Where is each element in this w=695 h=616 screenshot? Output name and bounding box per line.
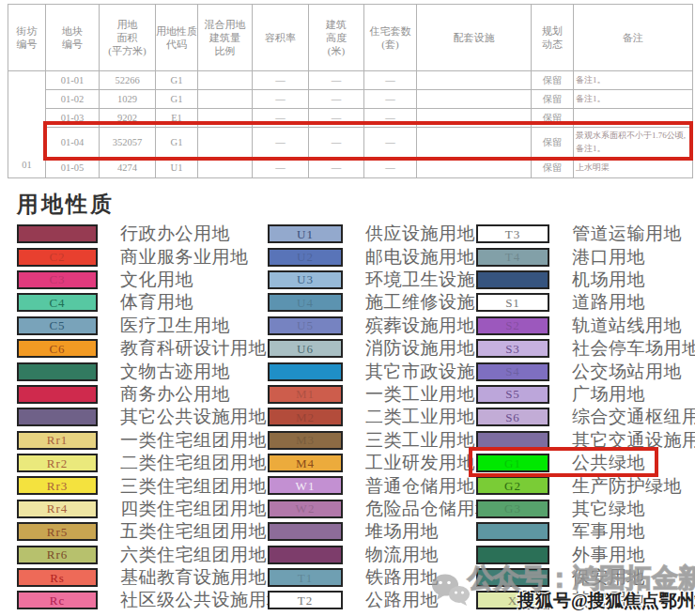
legend-color-swatch: Rr4: [17, 500, 98, 518]
legend-code: C5: [49, 319, 65, 331]
legend-color-swatch: G2: [476, 476, 549, 495]
legend-code: U2: [297, 251, 314, 263]
legend-color-swatch: U3: [268, 270, 343, 289]
legend-label: 铁路用地: [365, 565, 439, 590]
legend-color-swatch: M2: [268, 408, 343, 426]
cell-remark: 备注1。: [574, 71, 693, 90]
cell-mixed: [198, 71, 253, 90]
legend-label: 轨道站线用地: [572, 314, 682, 338]
legend-code: U1: [297, 228, 314, 240]
cell-code: G1: [156, 71, 198, 90]
legend-color-swatch: [268, 522, 343, 541]
legend-code: Rr3: [47, 480, 69, 492]
legend-item: S5广场用地: [476, 383, 695, 406]
planning-document-page: 街坊 编号 地块 编号 用地 面积 (平方米) 用地性质 代码 混合用地 建筑量…: [0, 0, 695, 616]
legend-item: G2生产防护绿地: [476, 474, 695, 497]
legend-code: G3: [504, 502, 521, 515]
legend-label: 普通仓储用地: [365, 474, 475, 499]
legend-color-swatch: [268, 362, 343, 381]
legend-label: 危险品仓储用地: [365, 497, 494, 521]
legend-color-swatch: M1: [268, 385, 343, 404]
legend-code: M4: [296, 457, 315, 470]
legend-label: 堆场用地: [365, 519, 439, 544]
legend-color-swatch: S5: [476, 385, 549, 404]
legend-code: C2: [49, 251, 65, 263]
legend-code: C3: [49, 273, 65, 285]
legend-color-swatch: G3: [476, 500, 549, 518]
header-land-area: 用地 面积 (平方米): [100, 5, 156, 71]
cell-mixed: [198, 90, 253, 109]
cell-units: —: [364, 90, 417, 109]
legend-item: 堆场用地: [268, 520, 512, 543]
legend-label: 生产防护绿地: [572, 474, 682, 499]
legend-code: T3: [505, 228, 520, 240]
legend-title: 用地性质: [17, 190, 115, 219]
legend-item: Rr1一类住宅组团用地: [17, 429, 286, 452]
header-far: 容积率: [253, 5, 309, 71]
cell-height: —: [309, 71, 364, 90]
legend-color-swatch: U1: [268, 224, 343, 243]
legend-item: 其它市政设施用地: [268, 360, 512, 382]
legend-color-swatch: [17, 362, 98, 381]
header-mixed-ratio: 混合用地 建筑量 比例: [198, 5, 253, 71]
legend-label: 医疗卫生用地: [120, 314, 230, 338]
legend-code: T1: [298, 572, 313, 584]
legend-code: Rs: [50, 572, 65, 584]
legend-label: 三类工业用地: [365, 428, 475, 453]
legend-color-swatch: M3: [268, 431, 343, 450]
legend-code: S5: [505, 388, 520, 400]
legend-code: M2: [296, 411, 315, 424]
legend-code: S6: [505, 411, 520, 424]
district-cell: 01: [8, 71, 46, 178]
legend-label: 三类住宅组团用地: [120, 474, 267, 499]
legend-label: 管道运输用地: [572, 222, 682, 246]
legend-color-swatch: S2: [476, 316, 549, 335]
legend-color-swatch: S3: [476, 339, 549, 358]
cell-units: —: [364, 71, 417, 90]
legend-label: 军事用地: [572, 519, 645, 544]
legend-label: 基础教育设施用地: [120, 565, 267, 590]
legend-item: C6教育科研设计用地: [17, 337, 286, 360]
legend-color-swatch: U2: [268, 248, 343, 267]
legend-item: 机场用地: [476, 269, 695, 291]
legend-color-swatch: W2: [268, 500, 343, 518]
legend-color-swatch: U6: [268, 339, 343, 358]
legend-item: M2二类工业用地: [268, 406, 512, 428]
legend-color-swatch: [476, 270, 549, 289]
legend-item: U5殡葬设施用地: [268, 315, 512, 337]
legend-label: 文物古迹用地: [120, 360, 230, 384]
legend-item: Rr4四类住宅组团用地: [17, 498, 286, 520]
legend-label: 二类住宅组团用地: [120, 451, 267, 475]
legend-color-swatch: [17, 385, 98, 404]
legend-color-swatch: U5: [268, 316, 343, 335]
cell-area: 1029: [100, 90, 156, 109]
legend-item: M1一类工业用地: [268, 383, 512, 406]
legend-color-swatch: [268, 546, 343, 564]
legend-label: 消防设施用地: [365, 336, 475, 361]
legend-item: T3管道运输用地: [476, 223, 695, 245]
legend-label: 道路用地: [572, 290, 645, 315]
legend-code: Rr5: [47, 526, 69, 538]
legend-color-swatch: C5: [17, 316, 98, 335]
legend-code: U5: [297, 319, 314, 331]
cell-plot: 01-01: [46, 71, 100, 90]
table-header-row: 街坊 编号 地块 编号 用地 面积 (平方米) 用地性质 代码 混合用地 建筑量…: [8, 5, 693, 71]
legend-code: Rr2: [47, 457, 69, 470]
legend-label: 体育用地: [120, 290, 193, 315]
legend-label: 机场用地: [572, 268, 645, 292]
cell-remark: 备注1。: [574, 90, 693, 109]
legend-item: U2邮电设施用地: [268, 245, 512, 268]
legend-color-swatch: C3: [17, 270, 98, 289]
legend-item: U4施工维修设施用地: [268, 291, 512, 314]
header-unit-count: 住宅套数 (套): [364, 5, 417, 71]
legend-item: Rr6六类住宅组团用地: [17, 543, 286, 565]
legend-color-swatch: C6: [17, 339, 98, 358]
header-plan-status: 规划 动态: [532, 5, 574, 71]
legend-color-swatch: [17, 408, 98, 426]
legend-item: S3社会停车场用地: [476, 337, 695, 360]
legend-color-swatch: Rr6: [17, 546, 98, 564]
legend-item: U3环境卫生设施用地: [268, 269, 512, 291]
legend-label: 一类工业用地: [365, 382, 475, 407]
legend-item: 军事用地: [476, 520, 695, 543]
legend-color-swatch: [476, 522, 549, 541]
